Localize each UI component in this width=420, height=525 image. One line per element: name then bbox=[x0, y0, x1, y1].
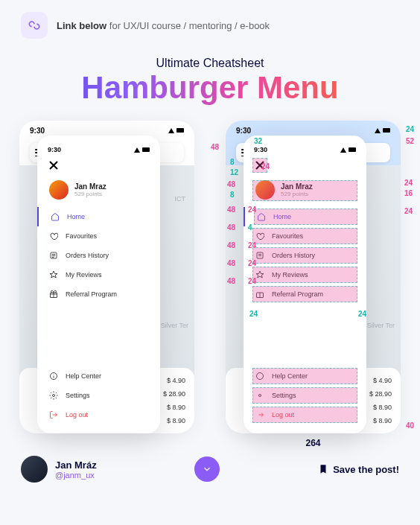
menu-time: 9:30 bbox=[48, 146, 61, 153]
annotation-4: 4 bbox=[248, 223, 252, 232]
left-phone-column: 9:30 Francisco 21... ICT Silver Ter bbox=[19, 121, 194, 448]
user-points: 529 points bbox=[74, 191, 106, 197]
profile-section[interactable]: Jan Mraz 529 points bbox=[37, 180, 160, 207]
avatar bbox=[49, 180, 69, 200]
menu-item-settings[interactable]: Settings bbox=[37, 386, 160, 405]
logout-icon bbox=[49, 410, 58, 419]
menu-item-favourites[interactable]: Favourites bbox=[244, 226, 366, 246]
list-icon bbox=[49, 251, 58, 260]
close-button[interactable] bbox=[37, 159, 160, 173]
menu-item-home[interactable]: Home bbox=[244, 207, 366, 226]
menu-item-settings[interactable]: Settings bbox=[244, 386, 366, 405]
menu-item-home[interactable]: Home bbox=[37, 207, 160, 226]
bookmark-icon bbox=[318, 464, 328, 474]
signal-icon bbox=[134, 147, 140, 153]
menu-item-reviews[interactable]: My Reviews bbox=[37, 265, 160, 284]
gear-icon bbox=[49, 391, 58, 400]
menu-item-label: Home bbox=[67, 213, 85, 220]
scroll-down-button[interactable] bbox=[194, 456, 220, 482]
battery-icon bbox=[176, 128, 184, 133]
phones-row: 9:30 Francisco 21... ICT Silver Ter bbox=[0, 121, 420, 448]
annotation-40: 40 bbox=[406, 421, 414, 430]
footer: Jan Mráz @janm_ux Save the post! bbox=[0, 445, 420, 493]
annotation-c24: 24 bbox=[248, 206, 256, 214]
heart-icon bbox=[49, 232, 58, 241]
annotation-48: 48 bbox=[211, 143, 219, 151]
logout-button[interactable]: Log out bbox=[37, 405, 160, 424]
save-post-button[interactable]: Save the post! bbox=[318, 464, 399, 475]
title-section: Ultimate Cheatsheet Hamburger Menu bbox=[0, 57, 420, 106]
map-label-district: ICT bbox=[175, 195, 186, 203]
status-time: 9:30 bbox=[236, 127, 251, 135]
subtitle: Ultimate Cheatsheet bbox=[0, 57, 420, 70]
author-block[interactable]: Jan Mráz @janm_ux bbox=[21, 456, 97, 483]
home-icon bbox=[51, 212, 60, 221]
menu-item-orders[interactable]: Orders History bbox=[37, 246, 160, 265]
menu-item-label: Favourites bbox=[66, 232, 97, 240]
logo-icon[interactable] bbox=[21, 12, 48, 39]
menu-item-referral[interactable]: Referral Program bbox=[37, 284, 160, 304]
annotation-x24: 24 bbox=[261, 162, 270, 171]
annotation-12: 12 bbox=[230, 168, 238, 176]
user-name: Jan Mraz bbox=[74, 182, 106, 191]
menu-item-label: Help Center bbox=[66, 372, 101, 380]
annotation-r24b: 24 bbox=[404, 207, 413, 215]
main-title: Hamburger Menu bbox=[0, 70, 420, 106]
annotation-b8: 8 bbox=[230, 191, 235, 199]
header-link-text[interactable]: Link below for UX/UI course / mentoring … bbox=[57, 20, 270, 31]
annotation-gap24l: 24 bbox=[249, 310, 258, 318]
logout-button[interactable]: Log out bbox=[244, 405, 366, 424]
signal-icon bbox=[375, 128, 381, 133]
menu-status-bar: 9:30 bbox=[37, 146, 160, 153]
battery-icon bbox=[383, 128, 390, 133]
top-header: Link below for UX/UI course / mentoring … bbox=[0, 0, 420, 51]
annotation-d48: 48 bbox=[227, 223, 235, 232]
annotation-24: 24 bbox=[406, 125, 414, 133]
annotation-c48: 48 bbox=[227, 206, 235, 214]
side-menu-annotated: 9:30 Jan Mraz 529 points Home bbox=[244, 136, 366, 433]
annotation-e48: 48 bbox=[227, 241, 235, 249]
annotation-b48: 48 bbox=[227, 180, 235, 188]
author-name: Jan Mráz bbox=[55, 459, 97, 471]
menu-item-label: Settings bbox=[66, 392, 90, 399]
battery-icon bbox=[142, 147, 150, 152]
annotation-g24: 24 bbox=[248, 277, 256, 285]
menu-item-help[interactable]: Help Center bbox=[244, 366, 366, 386]
annotation-r16: 16 bbox=[404, 189, 413, 197]
annotation-32: 32 bbox=[254, 137, 262, 145]
annotation-f48: 48 bbox=[227, 259, 235, 267]
menu-item-help[interactable]: Help Center bbox=[37, 366, 160, 386]
signal-icon bbox=[168, 128, 174, 133]
star-icon bbox=[49, 270, 58, 279]
link-bold: Link below bbox=[57, 20, 106, 31]
close-icon bbox=[49, 161, 58, 170]
menu-item-label: Referral Program bbox=[66, 290, 117, 298]
annotation-g48: 48 bbox=[227, 277, 235, 285]
menu-item-reviews[interactable]: My Reviews bbox=[244, 265, 366, 284]
save-post-label: Save the post! bbox=[333, 464, 399, 475]
chevron-down-icon bbox=[202, 464, 212, 474]
menu-item-label: Orders History bbox=[66, 252, 109, 259]
status-icons bbox=[168, 128, 184, 133]
side-menu-panel: 9:30 Jan Mraz 529 points Home Favourites bbox=[37, 136, 160, 433]
right-phone-column: 9:30 Francisco 21... Silver Ter $ 4.90 $… bbox=[226, 121, 401, 448]
menu-item-referral[interactable]: Referral Program bbox=[244, 284, 366, 304]
menu-item-label: My Reviews bbox=[66, 271, 102, 279]
map-label-area: Silver Ter bbox=[367, 322, 395, 329]
gift-icon bbox=[49, 290, 58, 299]
menu-item-favourites[interactable]: Favourites bbox=[37, 226, 160, 246]
annotation-width: 264 bbox=[226, 438, 401, 448]
author-handle: @janm_ux bbox=[55, 471, 97, 480]
annotation-gap24r: 24 bbox=[358, 310, 366, 318]
info-icon bbox=[49, 372, 58, 381]
annotation-r24a: 24 bbox=[404, 179, 413, 187]
menu-item-orders[interactable]: Orders History bbox=[244, 246, 366, 265]
annotation-52: 52 bbox=[406, 137, 414, 145]
annotation-f24: 24 bbox=[248, 259, 256, 267]
link-rest: for UX/UI course / mentoring / e-book bbox=[106, 20, 270, 31]
annotation-8: 8 bbox=[230, 158, 235, 166]
svg-point-3 bbox=[53, 395, 55, 397]
annotation-e24: 24 bbox=[248, 241, 256, 249]
status-time: 9:30 bbox=[30, 127, 45, 135]
logout-label: Log out bbox=[66, 411, 88, 419]
